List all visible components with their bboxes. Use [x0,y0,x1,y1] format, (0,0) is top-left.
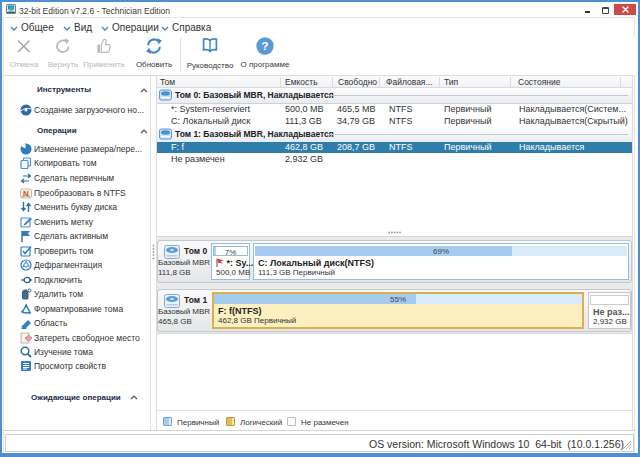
svg-text:N: N [23,189,29,198]
svg-text:?: ? [261,40,268,52]
